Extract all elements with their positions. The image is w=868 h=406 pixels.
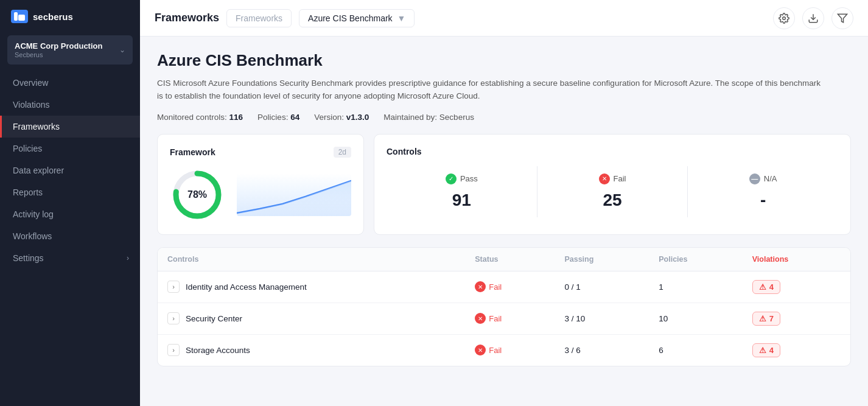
- controls-table: Controls Status Passing Policies Violati…: [157, 247, 851, 366]
- framework-card-badge: 2d: [334, 147, 351, 158]
- logo-text: secberus: [33, 12, 73, 22]
- dropdown-arrow-icon: ▼: [397, 13, 406, 23]
- framework-card-body: 78%: [170, 167, 351, 222]
- page-title: Frameworks: [155, 12, 219, 24]
- expand-button-0[interactable]: ›: [167, 281, 180, 293]
- policies-label: Policies: [13, 144, 42, 153]
- stat-na-label: — N/A: [749, 173, 777, 184]
- framework-dropdown[interactable]: Azure CIS Benchmark ▼: [299, 9, 415, 27]
- row-name-cell-2: › Storage Accounts: [158, 334, 465, 366]
- workspace-sub: Secberus: [15, 51, 102, 58]
- logo-icon: [11, 10, 28, 23]
- row-violations-0: ⚠ 4: [743, 271, 850, 303]
- meta-row: Monitored controls: 116 Policies: 64 Ver…: [157, 113, 851, 122]
- workspace-name: ACME Corp Production: [15, 41, 102, 51]
- row-policies-1: 10: [649, 303, 743, 334]
- fail-status-icon-2: ✕: [475, 345, 486, 355]
- expand-button-1[interactable]: ›: [167, 312, 180, 324]
- benchmark-description: CIS Microsoft Azure Foundations Security…: [157, 77, 827, 103]
- data-explorer-label: Data explorer: [13, 166, 64, 175]
- monitored-controls-label: Monitored controls: 116: [157, 113, 243, 122]
- topbar-actions: [773, 7, 853, 29]
- violation-badge-0: ⚠ 4: [752, 280, 780, 294]
- sidebar-item-overview[interactable]: Overview: [0, 72, 140, 94]
- table-row: › Security Center ✕ Fail 3 / 10 10 ⚠ 7: [158, 303, 850, 334]
- framework-card-title: Framework: [170, 147, 215, 157]
- sidebar: secberus ACME Corp Production Secberus ⌄…: [0, 0, 140, 406]
- svg-marker-4: [838, 14, 847, 23]
- sidebar-item-activity-log[interactable]: Activity log: [0, 203, 140, 225]
- sidebar-item-settings[interactable]: Settings ›: [0, 247, 140, 269]
- settings-button[interactable]: [773, 7, 795, 29]
- col-policies: Policies: [649, 248, 743, 271]
- na-icon: —: [749, 173, 760, 184]
- sparkline-chart: [237, 173, 351, 216]
- framework-card-header: Framework 2d: [170, 147, 351, 158]
- row-status-1: ✕ Fail: [465, 303, 555, 334]
- topbar-left: Frameworks Frameworks Azure CIS Benchmar…: [155, 9, 415, 27]
- col-passing: Passing: [555, 248, 649, 271]
- row-name-1: Security Center: [186, 314, 242, 323]
- fail-icon: ✕: [599, 173, 610, 184]
- sidebar-item-frameworks[interactable]: Frameworks: [0, 116, 140, 138]
- violation-badge-1: ⚠ 7: [752, 312, 780, 326]
- row-name-0: Identity and Access Management: [186, 282, 307, 292]
- nav-items: Overview Violations Frameworks Policies …: [0, 72, 140, 406]
- stat-fail: ✕ Fail 25: [537, 166, 688, 217]
- sidebar-item-reports[interactable]: Reports: [0, 181, 140, 203]
- row-name-2: Storage Accounts: [186, 346, 250, 355]
- controls-stats: ✓ Pass 91 ✕ Fail 25 —: [387, 166, 838, 217]
- sidebar-item-violations[interactable]: Violations: [0, 94, 140, 116]
- svg-rect-1: [18, 15, 25, 21]
- sidebar-item-policies[interactable]: Policies: [0, 138, 140, 159]
- na-value: -: [760, 191, 766, 210]
- table-row: › Storage Accounts ✕ Fail 3 / 6 6 ⚠ 4: [158, 334, 850, 366]
- violation-badge-2: ⚠ 4: [752, 343, 780, 357]
- chevron-down-icon: ⌄: [119, 46, 125, 54]
- pass-icon: ✓: [446, 173, 457, 184]
- stat-pass-label: ✓ Pass: [446, 173, 478, 184]
- frameworks-label: Frameworks: [13, 122, 60, 131]
- row-policies-2: 6: [649, 334, 743, 366]
- policies-meta: Policies: 64: [257, 113, 299, 122]
- filter-button[interactable]: [831, 7, 853, 29]
- download-button[interactable]: [802, 7, 824, 29]
- maintained-value: Secberus: [439, 113, 474, 122]
- col-status: Status: [465, 248, 555, 271]
- warning-icon-1: ⚠: [759, 314, 766, 323]
- warning-icon-2: ⚠: [759, 346, 766, 355]
- monitored-controls-value: 116: [229, 113, 243, 122]
- framework-card: Framework 2d 78%: [157, 134, 364, 235]
- warning-icon-0: ⚠: [759, 282, 766, 292]
- version-value: v1.3.0: [346, 113, 369, 122]
- fail-status-icon-0: ✕: [475, 281, 486, 292]
- table-row: › Identity and Access Management ✕ Fail …: [158, 271, 850, 303]
- activity-log-label: Activity log: [13, 209, 54, 219]
- sidebar-item-data-explorer[interactable]: Data explorer: [0, 159, 140, 181]
- main-content: Frameworks Frameworks Azure CIS Benchmar…: [140, 0, 868, 406]
- workspace-selector[interactable]: ACME Corp Production Secberus ⌄: [7, 35, 133, 65]
- row-passing-0: 0 / 1: [555, 271, 649, 303]
- row-status-0: ✕ Fail: [465, 271, 555, 303]
- row-violations-2: ⚠ 4: [743, 334, 850, 366]
- donut-percentage: 78%: [187, 189, 207, 200]
- cards-row: Framework 2d 78%: [157, 134, 851, 235]
- version-meta: Version: v1.3.0: [314, 113, 369, 122]
- controls-card-title: Controls: [387, 147, 422, 156]
- sidebar-item-workflows[interactable]: Workflows: [0, 225, 140, 247]
- col-controls: Controls: [158, 248, 465, 271]
- benchmark-title: Azure CIS Benchmark: [157, 51, 851, 70]
- expand-button-2[interactable]: ›: [167, 344, 180, 356]
- policies-meta-value: 64: [290, 113, 299, 122]
- stat-fail-label: ✕ Fail: [599, 173, 626, 184]
- pass-value: 91: [452, 191, 471, 210]
- breadcrumb-frameworks[interactable]: Frameworks: [226, 9, 292, 27]
- controls-card: Controls ✓ Pass 91 ✕ Fail: [374, 134, 851, 235]
- donut-chart: 78%: [170, 167, 225, 222]
- content-area: Azure CIS Benchmark CIS Microsoft Azure …: [140, 37, 868, 406]
- svg-rect-0: [14, 12, 18, 21]
- overview-label: Overview: [13, 78, 48, 88]
- col-violations: Violations: [743, 248, 850, 271]
- row-passing-1: 3 / 10: [555, 303, 649, 334]
- row-status-2: ✕ Fail: [465, 334, 555, 366]
